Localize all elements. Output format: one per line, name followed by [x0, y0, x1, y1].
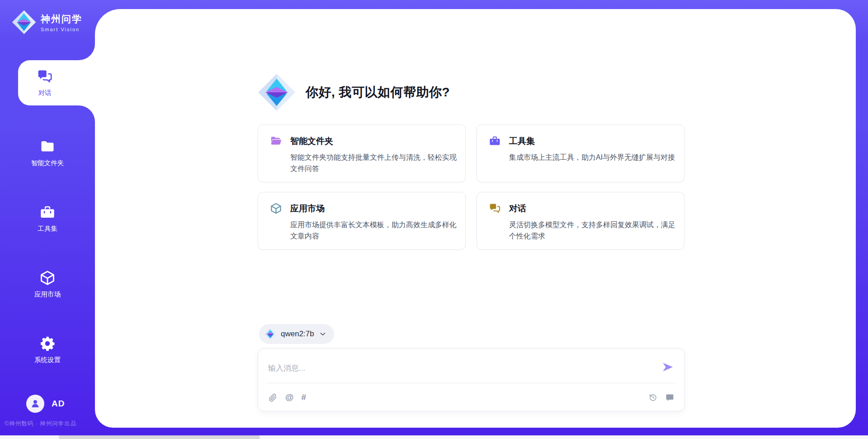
- folder-icon: [39, 138, 56, 155]
- model-name: qwen2:7b: [281, 329, 314, 339]
- main-content-panel: 你好, 我可以如何帮助你? 智能文件夹 智能文件夹功能支持批量文件上传与清洗，轻…: [95, 9, 856, 428]
- user-profile[interactable]: AD: [26, 395, 65, 413]
- tab-fillet-top: [79, 44, 95, 60]
- card-title: 应用市场: [290, 203, 325, 215]
- brand-diamond-icon: [258, 73, 296, 111]
- card-app-market[interactable]: 应用市场 应用市场提供丰富长文本模板，助力高效生成多样化文章内容: [258, 192, 466, 250]
- sidebar-item-settings[interactable]: 系统设置: [0, 327, 95, 372]
- card-smart-folder[interactable]: 智能文件夹 智能文件夹功能支持批量文件上传与清洗，轻松实现文件问答: [258, 124, 466, 182]
- feature-cards-grid: 智能文件夹 智能文件夹功能支持批量文件上传与清洗，轻松实现文件问答 工具集 集成…: [258, 124, 685, 250]
- model-selector[interactable]: qwen2:7b: [259, 324, 334, 344]
- chat-icon: [37, 68, 53, 85]
- card-chat[interactable]: 对话 灵活切换多模型文件，支持多样回复效果调试，满足个性化需求: [476, 192, 684, 250]
- sidebar-item-toolset[interactable]: 工具集: [0, 196, 95, 241]
- sidebar-item-smart-folder[interactable]: 智能文件夹: [0, 130, 95, 176]
- card-title: 对话: [509, 203, 526, 215]
- chevron-down-icon: [319, 330, 327, 338]
- at-sign-button[interactable]: @: [285, 392, 294, 402]
- card-toolset[interactable]: 工具集 集成市场上主流工具，助力AI与外界无缝扩展与对接: [476, 124, 684, 182]
- brand-subtitle: Smart Vision: [41, 27, 82, 32]
- cube-icon: [39, 270, 56, 286]
- person-icon: [30, 398, 41, 409]
- card-description: 灵活切换多模型文件，支持多样回复效果调试，满足个性化需求: [509, 219, 675, 242]
- history-icon[interactable]: [648, 393, 658, 402]
- send-icon[interactable]: [661, 360, 675, 374]
- toolbox-icon: [489, 135, 501, 147]
- sidebar-item-app-market[interactable]: 应用市场: [0, 262, 95, 307]
- sidebar-item-label: 智能文件夹: [31, 159, 64, 167]
- copyright-text: ©神州数码 · 神州问学出品: [5, 420, 76, 428]
- gear-icon: [39, 335, 56, 352]
- diamond-logo-icon: [12, 10, 36, 34]
- sidebar-item-label: 工具集: [38, 224, 57, 233]
- composer-divider: [267, 383, 675, 383]
- brand-name: 神州问学: [41, 13, 82, 25]
- composer-toolbar: @ #: [268, 389, 675, 406]
- cube-icon: [270, 202, 282, 215]
- chat-icon: [489, 202, 501, 215]
- card-description: 应用市场提供丰富长文本模板，助力高效生成多样化文章内容: [290, 219, 457, 242]
- avatar: [26, 395, 44, 413]
- sidebar-item-chat[interactable]: 对话: [18, 60, 95, 105]
- card-title: 工具集: [509, 135, 535, 147]
- brand-logo: 神州问学 Smart Vision: [12, 10, 82, 34]
- sidebar: 神州问学 Smart Vision 对话 智能文件夹 工具集 应用市场 系统设置…: [0, 0, 95, 439]
- message-input[interactable]: [268, 357, 648, 380]
- message-composer: @ #: [258, 348, 685, 411]
- tab-fillet-bottom: [79, 105, 95, 122]
- horizontal-scrollbar-track[interactable]: [0, 435, 868, 439]
- card-description: 集成市场上主流工具，助力AI与外界无缝扩展与对接: [509, 152, 675, 163]
- horizontal-scrollbar-thumb[interactable]: [59, 435, 260, 439]
- greeting-block: 你好, 我可以如何帮助你?: [258, 73, 450, 111]
- paperclip-icon[interactable]: [268, 393, 278, 402]
- sidebar-item-label: 对话: [38, 89, 52, 97]
- greeting-title: 你好, 我可以如何帮助你?: [306, 84, 450, 101]
- hash-sign-button[interactable]: #: [302, 392, 307, 402]
- sidebar-item-label: 应用市场: [34, 290, 61, 299]
- card-title: 智能文件夹: [290, 135, 333, 147]
- chat-bubble-icon[interactable]: [665, 393, 675, 402]
- user-name: AD: [52, 399, 65, 409]
- folder-open-icon: [270, 135, 282, 147]
- toolbox-icon: [39, 204, 56, 220]
- sidebar-item-label: 系统设置: [34, 356, 61, 364]
- card-description: 智能文件夹功能支持批量文件上传与清洗，轻松实现文件问答: [290, 152, 457, 174]
- diamond-logo-icon: [264, 328, 276, 340]
